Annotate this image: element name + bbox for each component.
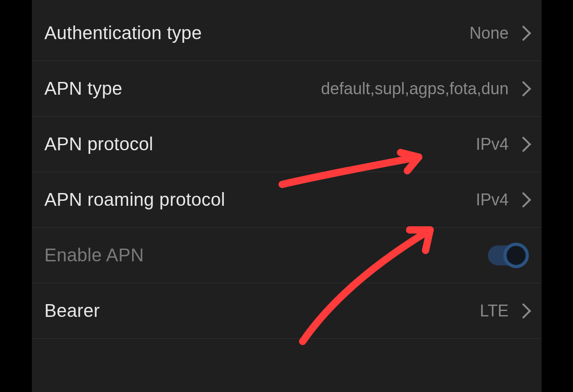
setting-label: Authentication type — [45, 23, 202, 43]
setting-right — [488, 245, 528, 265]
setting-value: None — [469, 24, 508, 43]
setting-row-apn-protocol[interactable]: APN protocol IPv4 — [32, 117, 542, 172]
toggle-knob — [503, 243, 529, 268]
chevron-right-icon — [520, 193, 528, 207]
setting-value: LTE — [480, 301, 508, 321]
setting-row-enable-apn: Enable APN — [32, 228, 542, 283]
chevron-right-icon — [520, 137, 528, 151]
setting-row-apn-roaming-protocol[interactable]: APN roaming protocol IPv4 — [32, 172, 542, 228]
setting-right: default,supl,agps,fota,dun — [321, 79, 527, 98]
chevron-right-icon — [520, 26, 528, 40]
setting-value: IPv4 — [476, 135, 508, 154]
setting-label: Enable APN — [45, 245, 144, 265]
setting-right: LTE — [480, 301, 527, 321]
setting-label: APN protocol — [45, 134, 153, 154]
chevron-right-icon — [520, 304, 528, 318]
setting-value: IPv4 — [476, 190, 508, 209]
chevron-right-icon — [520, 82, 528, 96]
apn-settings-panel: Authentication type None APN type defaul… — [32, 0, 542, 392]
setting-row-bearer[interactable]: Bearer LTE — [32, 283, 542, 339]
setting-label: APN roaming protocol — [45, 189, 225, 210]
setting-right: IPv4 — [476, 190, 527, 209]
setting-label: APN type — [45, 78, 122, 99]
setting-row-authentication-type[interactable]: Authentication type None — [32, 0, 542, 61]
setting-right: None — [469, 24, 527, 43]
setting-label: Bearer — [45, 300, 100, 321]
toggle-switch[interactable] — [488, 245, 528, 265]
setting-value: default,supl,agps,fota,dun — [321, 79, 508, 98]
setting-row-apn-type[interactable]: APN type default,supl,agps,fota,dun — [32, 61, 542, 117]
setting-right: IPv4 — [476, 135, 527, 154]
